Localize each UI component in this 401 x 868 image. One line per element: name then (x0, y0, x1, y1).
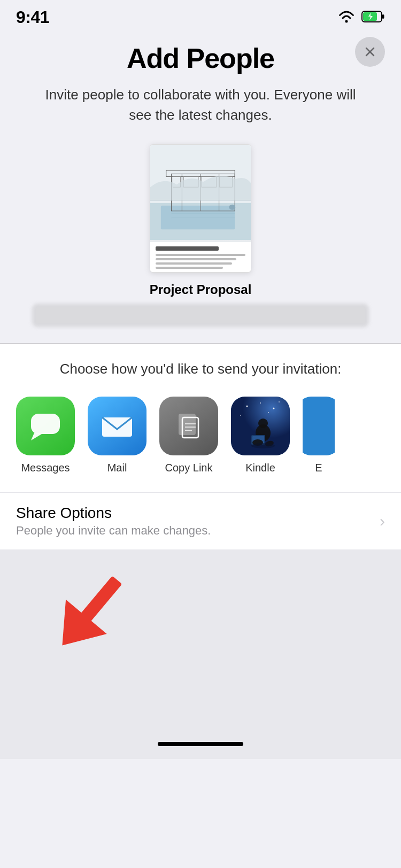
share-section: Choose how you'd like to send your invit… (0, 344, 401, 492)
svg-point-43 (251, 443, 275, 448)
svg-marker-23 (31, 433, 42, 440)
svg-point-0 (345, 20, 348, 22)
copy-link-icon (159, 397, 218, 455)
extra-label: E (315, 462, 322, 474)
svg-point-35 (240, 415, 241, 416)
page-subtitle: Invite people to collaborate with you. E… (21, 85, 380, 125)
svg-rect-2 (382, 14, 384, 19)
main-card: Add People Invite people to collaborate … (0, 32, 401, 327)
svg-point-36 (268, 412, 269, 413)
chevron-right-icon: › (380, 512, 385, 530)
app-icons-row: Messages Mail (16, 397, 385, 476)
app-item-extra[interactable]: E (303, 397, 335, 474)
messages-label: Messages (21, 462, 70, 474)
doc-text-line (156, 258, 236, 260)
document-thumbnail-wrapper (21, 144, 380, 273)
red-arrow (27, 517, 187, 667)
svg-rect-22 (31, 414, 60, 434)
arrow-container (0, 549, 401, 731)
close-button[interactable] (355, 37, 385, 67)
status-time: 9:41 (16, 7, 49, 27)
page-title: Add People (21, 42, 380, 74)
kindle-label: Kindle (245, 462, 275, 474)
document-thumbnail (150, 144, 251, 273)
app-item-mail[interactable]: Mail (88, 397, 146, 474)
app-item-copylink[interactable]: Copy Link (159, 397, 218, 474)
svg-point-31 (246, 406, 248, 407)
doc-text-line (156, 254, 245, 256)
svg-point-33 (273, 408, 275, 409)
app-item-messages[interactable]: Messages (16, 397, 75, 474)
svg-point-32 (260, 402, 261, 404)
share-prompt: Choose how you'd like to send your invit… (16, 361, 385, 377)
copy-link-label: Copy Link (165, 462, 213, 474)
svg-rect-8 (161, 206, 235, 230)
document-name: Project Proposal (21, 282, 380, 297)
home-indicator (0, 731, 401, 759)
messages-icon (16, 397, 75, 455)
url-bar (32, 304, 369, 327)
doc-sketch (150, 145, 251, 242)
svg-point-38 (258, 418, 268, 428)
extra-app-icon (303, 397, 335, 455)
wifi-icon (337, 10, 356, 26)
svg-rect-44 (303, 397, 335, 455)
doc-text-area (150, 242, 251, 273)
status-icons (337, 10, 385, 26)
doc-heading-line (156, 246, 219, 251)
app-item-kindle[interactable]: Kindle (231, 397, 290, 474)
doc-text-line (156, 267, 223, 269)
doc-text-line (156, 262, 232, 265)
mail-label: Mail (107, 462, 127, 474)
status-bar: 9:41 (0, 0, 401, 32)
svg-point-19 (229, 205, 235, 210)
svg-point-34 (279, 401, 280, 402)
home-bar (158, 742, 243, 746)
kindle-icon (231, 397, 290, 455)
mail-icon (88, 397, 146, 455)
battery-icon (361, 10, 385, 25)
